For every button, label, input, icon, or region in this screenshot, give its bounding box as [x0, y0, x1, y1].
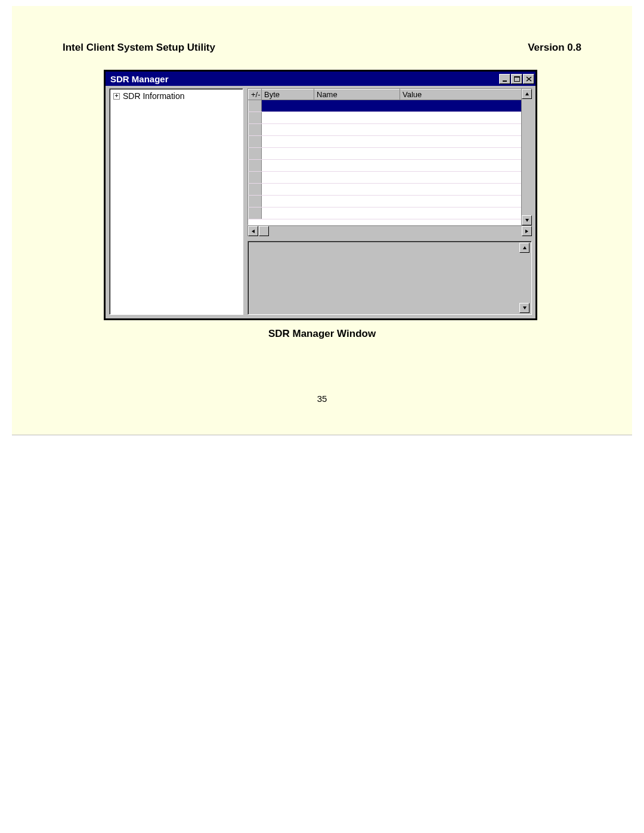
arrow-down-icon	[522, 306, 527, 310]
minimize-button[interactable]	[499, 74, 510, 84]
data-table: +/- Byte Name Value	[248, 89, 531, 219]
row-header[interactable]	[249, 208, 262, 219]
svg-rect-2	[514, 76, 520, 78]
document-header: Intel Client System Setup Utility Versio…	[63, 42, 581, 54]
col-header-value[interactable]: Value	[400, 89, 531, 100]
cell-name[interactable]	[314, 124, 400, 136]
table-row[interactable]	[249, 124, 531, 136]
cell-value[interactable]	[400, 136, 531, 148]
svg-marker-6	[525, 230, 528, 233]
cell-name[interactable]	[314, 112, 400, 124]
tree-root-row[interactable]: + SDR Information	[113, 91, 239, 101]
table-row[interactable]	[249, 184, 531, 196]
maximize-button[interactable]	[511, 74, 522, 84]
window-title: SDR Manager	[110, 74, 169, 84]
cell-byte[interactable]	[262, 124, 314, 136]
minimize-icon	[502, 76, 508, 82]
cell-name[interactable]	[314, 172, 400, 184]
cell-value[interactable]	[400, 112, 531, 124]
table-row[interactable]	[249, 112, 531, 124]
row-header[interactable]	[249, 112, 262, 124]
figure-caption: SDR Manager Window	[12, 328, 632, 340]
grid-vertical-scrollbar[interactable]	[521, 88, 532, 225]
table-row[interactable]	[249, 100, 531, 112]
detail-vertical-scrollbar[interactable]	[519, 243, 530, 313]
cell-value[interactable]	[400, 124, 531, 136]
page: Intel Client System Setup Utility Versio…	[0, 0, 644, 833]
cell-value[interactable]	[400, 148, 531, 160]
col-header-byte[interactable]: Byte	[262, 89, 314, 100]
scroll-left-button[interactable]	[248, 226, 258, 236]
table-row[interactable]	[249, 148, 531, 160]
cell-value[interactable]	[400, 184, 531, 196]
cell-value[interactable]	[400, 196, 531, 208]
tree-root-label: SDR Information	[123, 91, 184, 101]
table-row[interactable]	[249, 136, 531, 148]
tree-panel[interactable]: + SDR Information	[109, 88, 243, 315]
cell-byte[interactable]	[262, 148, 314, 160]
grid-horizontal-scrollbar[interactable]	[247, 225, 532, 236]
expand-icon[interactable]: +	[113, 93, 120, 100]
window-titlebar[interactable]: SDR Manager	[106, 72, 535, 86]
cell-byte[interactable]	[262, 172, 314, 184]
cell-name[interactable]	[314, 208, 400, 219]
row-header[interactable]	[249, 172, 262, 184]
data-grid[interactable]: +/- Byte Name Value	[247, 88, 532, 225]
cell-byte[interactable]	[262, 208, 314, 219]
doc-version: Version 0.8	[528, 42, 581, 54]
row-header[interactable]	[249, 136, 262, 148]
detail-scroll-down-button[interactable]	[519, 303, 530, 313]
svg-marker-5	[252, 230, 255, 233]
row-header[interactable]	[249, 160, 262, 172]
close-icon	[526, 76, 532, 82]
document-area: Intel Client System Setup Utility Versio…	[12, 6, 632, 435]
arrow-up-icon	[525, 92, 530, 96]
cell-byte[interactable]	[262, 160, 314, 172]
cell-byte[interactable]	[262, 112, 314, 124]
close-button[interactable]	[523, 74, 534, 84]
cell-name[interactable]	[314, 196, 400, 208]
svg-rect-0	[503, 80, 507, 82]
cell-name[interactable]	[314, 136, 400, 148]
doc-title: Intel Client System Setup Utility	[63, 42, 215, 54]
grid-panel: +/- Byte Name Value	[247, 88, 532, 236]
sdr-manager-window: SDR Manager + SDR Information	[104, 70, 537, 320]
scroll-right-button[interactable]	[522, 226, 532, 236]
cell-byte[interactable]	[262, 196, 314, 208]
arrow-down-icon	[525, 218, 530, 222]
table-row[interactable]	[249, 196, 531, 208]
scrollbar-thumb[interactable]	[259, 226, 269, 236]
detail-scroll-up-button[interactable]	[519, 243, 530, 253]
cell-byte[interactable]	[262, 184, 314, 196]
row-header[interactable]	[249, 100, 262, 112]
table-row[interactable]	[249, 208, 531, 219]
table-row[interactable]	[249, 172, 531, 184]
cell-name[interactable]	[314, 100, 400, 112]
cell-byte[interactable]	[262, 136, 314, 148]
cell-value[interactable]	[400, 100, 531, 112]
page-number: 35	[12, 394, 632, 404]
cell-name[interactable]	[314, 148, 400, 160]
maximize-icon	[514, 76, 520, 82]
table-row[interactable]	[249, 160, 531, 172]
cell-name[interactable]	[314, 184, 400, 196]
cell-name[interactable]	[314, 160, 400, 172]
col-header-name[interactable]: Name	[314, 89, 400, 100]
svg-marker-8	[523, 306, 527, 309]
row-header[interactable]	[249, 196, 262, 208]
scroll-down-button[interactable]	[522, 215, 532, 225]
scroll-up-button[interactable]	[522, 89, 532, 99]
cell-value[interactable]	[400, 172, 531, 184]
arrow-left-icon	[251, 229, 255, 234]
svg-marker-7	[523, 246, 527, 249]
window-body: + SDR Information +/-	[109, 88, 532, 315]
col-header-plus-minus[interactable]: +/-	[249, 89, 262, 100]
cell-byte[interactable]	[262, 100, 314, 112]
cell-value[interactable]	[400, 160, 531, 172]
row-header[interactable]	[249, 184, 262, 196]
svg-marker-4	[525, 219, 529, 222]
cell-value[interactable]	[400, 208, 531, 219]
row-header[interactable]	[249, 124, 262, 136]
row-header[interactable]	[249, 148, 262, 160]
detail-panel[interactable]	[247, 241, 532, 315]
